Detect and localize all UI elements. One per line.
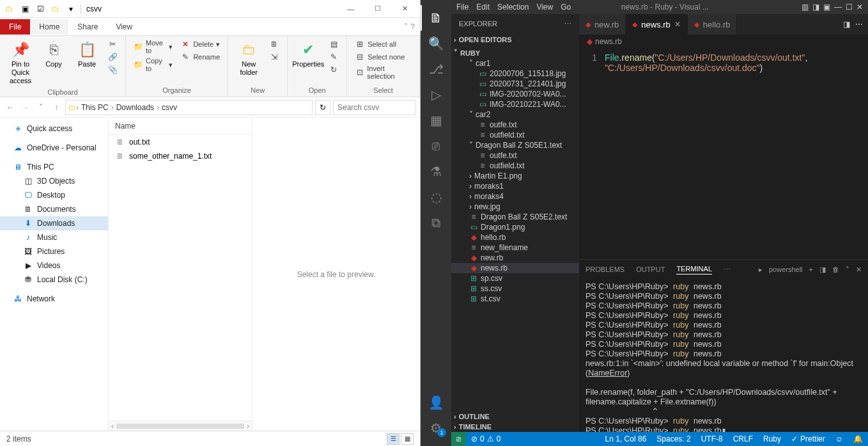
select-none-button[interactable]: ⊟Select none <box>352 51 414 63</box>
tree-item[interactable]: ≡Dragon Ball Z S05E2.text <box>451 212 579 222</box>
qat-save-icon[interactable]: ▣ <box>18 2 32 16</box>
open-icon[interactable]: ▤ <box>326 38 341 50</box>
tree-item[interactable]: ⊞st.csv <box>451 294 579 304</box>
tree-item[interactable]: ›moraks4 <box>451 191 579 202</box>
tiles-view-icon[interactable]: ▦ <box>401 433 414 445</box>
qat-check-icon[interactable]: ☑ <box>33 2 47 16</box>
maximize-button[interactable]: ☐ <box>846 3 853 12</box>
tree-item[interactable]: ›new.jpg <box>451 202 579 212</box>
bookmark-icon[interactable]: ⧉ <box>421 210 451 235</box>
sidebar-item-network[interactable]: 🖧Network <box>0 292 108 306</box>
extensions-icon[interactable]: ▦ <box>421 108 451 133</box>
test-icon[interactable]: ⚗ <box>421 159 451 184</box>
tab-view[interactable]: View <box>107 19 141 35</box>
errors-warnings[interactable]: ⊘0⚠0 <box>466 434 506 443</box>
maximize-button[interactable]: ☐ <box>365 2 391 16</box>
tree-item[interactable]: ⊞sp.csv <box>451 273 579 283</box>
tree-item[interactable]: ▭IMG-20210221-WA0... <box>451 99 579 109</box>
sidebar-item-downloads[interactable]: ⬇Downloads <box>0 216 108 230</box>
sidebar-item-pictures[interactable]: 🖼Pictures <box>0 244 108 259</box>
search-icon[interactable]: 🔍 <box>421 31 451 56</box>
tree-item[interactable]: ≡outfield.txt <box>451 161 579 171</box>
paste-shortcut-icon[interactable]: 📎 <box>105 64 120 76</box>
account-icon[interactable]: 👤 <box>421 390 451 415</box>
folder-car1[interactable]: ˅car1 <box>451 58 579 68</box>
back-button[interactable]: ← <box>4 101 17 114</box>
tree-item[interactable]: ›Martin E1.png <box>451 171 579 181</box>
forward-button[interactable]: → <box>19 101 32 114</box>
tab-share[interactable]: Share <box>68 19 107 35</box>
panel-tab-output[interactable]: OUTPUT <box>636 266 665 273</box>
pin-button[interactable]: 📌Pin to Quick access <box>5 38 36 87</box>
menu-selection[interactable]: Selection <box>497 3 529 12</box>
gear-icon[interactable]: ⚙1 <box>421 415 451 441</box>
add-terminal-icon[interactable]: + <box>809 266 813 273</box>
tree-item[interactable]: ◆new.rb <box>451 253 579 263</box>
chevron-up-icon[interactable]: ˄ <box>404 22 408 31</box>
tab-new-rb[interactable]: ◆new.rb <box>579 14 626 35</box>
menu-edit[interactable]: Edit <box>476 3 490 12</box>
folder-dragonball[interactable]: ˅Dragon Ball Z S05E1.text <box>451 140 579 150</box>
qat-dropdown-icon[interactable]: ▾ <box>64 2 78 16</box>
tab-home[interactable]: Home <box>30 19 68 35</box>
tree-item[interactable]: ◆hello.rb <box>451 232 579 243</box>
timeline-section[interactable]: ›TIMELINE <box>451 422 579 432</box>
tree-item[interactable]: ▭20200706_115118.jpg <box>451 68 579 79</box>
shell-icon[interactable]: ▸ <box>759 266 763 274</box>
feedback-icon[interactable]: ☺ <box>830 434 848 443</box>
trash-icon[interactable]: 🗑 <box>832 266 839 273</box>
tree-item[interactable]: ▭20200731_221401.jpg <box>451 79 579 89</box>
up-button[interactable]: ↑ <box>50 101 63 114</box>
file-item[interactable]: 🗎some_other_name_1.txt <box>109 149 252 163</box>
new-item-icon[interactable]: 🗎 <box>267 38 282 50</box>
refresh-button[interactable]: ↻ <box>315 100 330 115</box>
sidebar-item-localdisk[interactable]: ⛃Local Disk (C:) <box>0 273 108 287</box>
panel-tab-terminal[interactable]: TERMINAL <box>676 265 712 275</box>
bell-icon[interactable]: 🔔 <box>848 434 868 443</box>
close-panel-icon[interactable]: ✕ <box>856 266 862 274</box>
close-button[interactable]: ✕ <box>856 3 863 12</box>
file-item[interactable]: 🗎out.txt <box>109 135 252 149</box>
sidebar-item-this-pc[interactable]: 🖥This PC <box>0 160 108 174</box>
tree-item[interactable]: ⊞ss.csv <box>451 283 579 294</box>
moveto-button[interactable]: 📁Move to▾ <box>131 38 175 55</box>
sidebar-item-quick-access[interactable]: ★Quick access <box>0 122 108 136</box>
help-icon[interactable]: ? <box>410 22 415 31</box>
sidebar-item-documents[interactable]: 🗎Documents <box>0 202 108 216</box>
paste-button[interactable]: 📋Paste <box>72 38 102 70</box>
details-view-icon[interactable]: ☰ <box>387 433 399 445</box>
prettier-status[interactable]: ✓Prettier <box>786 434 830 443</box>
menu-file[interactable]: File <box>456 3 469 12</box>
folder-car2[interactable]: ˅car2 <box>451 109 579 120</box>
sidebar-item-videos[interactable]: ▶Videos <box>0 259 108 273</box>
invert-selection-button[interactable]: ⊡Invert selection <box>352 64 414 81</box>
layout-icon[interactable]: ▥ <box>802 3 809 12</box>
tab-news-rb[interactable]: ◆news.rb✕ <box>626 14 688 35</box>
minimize-button[interactable]: — <box>834 3 842 12</box>
copy-button[interactable]: ⎘Copy <box>38 38 69 70</box>
sidebar-item-desktop[interactable]: 🖵Desktop <box>0 188 108 202</box>
split-terminal-icon[interactable]: ◨ <box>819 266 826 274</box>
eol[interactable]: CRLF <box>728 434 758 443</box>
source-control-icon[interactable]: ⎇ <box>421 56 451 82</box>
more-icon[interactable]: ⋯ <box>724 266 731 274</box>
tree-item[interactable]: ≡outfe.txt <box>451 150 579 161</box>
breadcrumb[interactable]: 🗀› This PC› Downloads› csvv <box>65 100 313 115</box>
close-tab-icon[interactable]: ✕ <box>674 20 681 29</box>
encoding[interactable]: UTF-8 <box>696 434 728 443</box>
sidebar-item-3d[interactable]: ◫3D Objects <box>0 174 108 188</box>
qat-folder-icon[interactable]: 🗀 <box>49 2 63 16</box>
remote-indicator[interactable]: ⎚ <box>451 432 466 446</box>
search-input[interactable] <box>333 100 416 115</box>
code-editor[interactable]: 1 File.rename("C:/Users/HP/Downloads/csv… <box>579 49 868 259</box>
history-icon[interactable]: ↻ <box>326 64 341 76</box>
recent-dropdown[interactable]: ˅ <box>35 101 47 114</box>
menu-go[interactable]: Go <box>561 3 571 12</box>
run-debug-icon[interactable]: ▷ <box>421 82 451 108</box>
delete-button[interactable]: ✕Delete▾ <box>178 38 222 50</box>
close-button[interactable]: ✕ <box>392 2 417 16</box>
explorer-icon[interactable]: 🗎 <box>421 5 451 31</box>
new-folder-button[interactable]: 🗀New folder <box>233 38 264 78</box>
language-mode[interactable]: Ruby <box>758 434 786 443</box>
tab-file[interactable]: File <box>0 19 30 35</box>
